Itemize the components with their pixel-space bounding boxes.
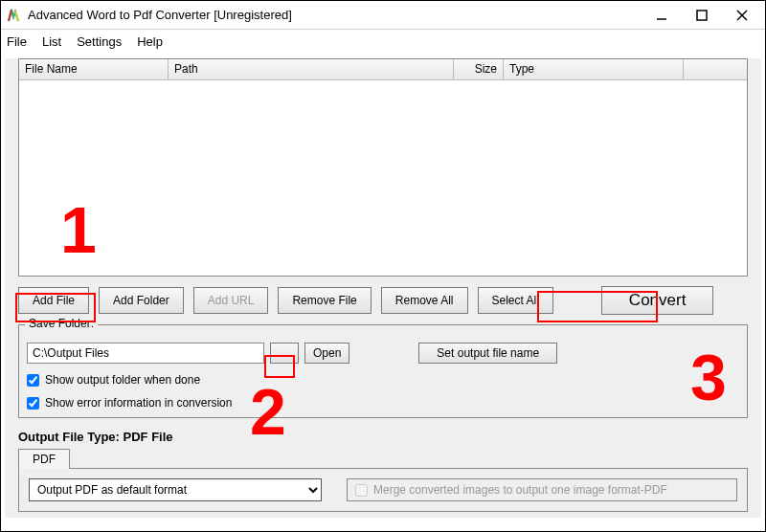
menubar: File List Settings Help bbox=[1, 30, 765, 53]
col-file-name[interactable]: File Name bbox=[19, 59, 169, 80]
toolbar: Add File Add Folder Add URL Remove File … bbox=[5, 277, 761, 321]
output-format-select[interactable]: Output PDF as default format bbox=[29, 478, 322, 501]
menu-settings[interactable]: Settings bbox=[77, 34, 122, 49]
app-icon bbox=[5, 7, 22, 24]
tab-pdf[interactable]: PDF bbox=[18, 449, 70, 469]
titlebar: Advanced Word to Pdf Converter [Unregist… bbox=[1, 1, 765, 30]
minimize-button[interactable] bbox=[648, 5, 675, 26]
set-output-filename-button[interactable]: Set output file name bbox=[418, 343, 557, 364]
show-error-label: Show error information in conversion bbox=[45, 396, 232, 410]
open-folder-button[interactable]: Open bbox=[304, 343, 349, 364]
col-type[interactable]: Type bbox=[504, 59, 684, 80]
merge-option-area: Merge converted images to output one ima… bbox=[347, 478, 737, 501]
merge-label: Merge converted images to output one ima… bbox=[373, 483, 667, 497]
show-output-folder-label: Show output folder when done bbox=[45, 373, 200, 387]
output-file-type-value: PDF File bbox=[124, 430, 173, 444]
window-title: Advanced Word to Pdf Converter [Unregist… bbox=[28, 8, 648, 22]
menu-help[interactable]: Help bbox=[137, 34, 163, 49]
add-folder-button[interactable]: Add Folder bbox=[99, 287, 184, 314]
convert-button[interactable]: Convert bbox=[601, 286, 714, 315]
show-error-checkbox[interactable] bbox=[27, 397, 39, 410]
menu-file[interactable]: File bbox=[7, 34, 27, 49]
tabstrip: PDF bbox=[18, 448, 748, 468]
output-file-type-prefix: Output File Type: bbox=[18, 430, 124, 444]
select-all-button[interactable]: Select All bbox=[478, 287, 553, 314]
output-tab-area: PDF Output PDF as default format Merge c… bbox=[18, 448, 748, 512]
save-folder-row: ... Open Set output file name bbox=[27, 343, 739, 364]
svg-rect-1 bbox=[697, 11, 707, 20]
window-controls bbox=[648, 5, 761, 26]
col-blank[interactable] bbox=[684, 59, 747, 80]
browse-button[interactable]: ... bbox=[270, 343, 299, 364]
maximize-button[interactable] bbox=[688, 5, 715, 26]
show-error-row: Show error information in conversion bbox=[27, 396, 739, 410]
col-path[interactable]: Path bbox=[169, 59, 454, 80]
table-body[interactable] bbox=[19, 80, 747, 276]
show-output-folder-checkbox[interactable] bbox=[27, 374, 39, 387]
add-url-button: Add URL bbox=[193, 287, 269, 314]
add-file-button[interactable]: Add File bbox=[18, 287, 89, 314]
save-folder-group: Save Folder: ... Open Set output file na… bbox=[18, 324, 748, 418]
menu-list[interactable]: List bbox=[42, 34, 61, 49]
merge-checkbox bbox=[355, 484, 368, 497]
save-folder-legend: Save Folder: bbox=[25, 317, 98, 330]
remove-all-button[interactable]: Remove All bbox=[381, 287, 468, 314]
output-file-type-label: Output File Type: PDF File bbox=[18, 430, 748, 444]
remove-file-button[interactable]: Remove File bbox=[278, 287, 371, 314]
file-list-table[interactable]: File Name Path Size Type bbox=[18, 58, 748, 277]
output-path-input[interactable] bbox=[27, 343, 264, 364]
close-button[interactable] bbox=[729, 5, 755, 26]
col-size[interactable]: Size bbox=[454, 59, 504, 80]
table-header: File Name Path Size Type bbox=[19, 59, 747, 80]
show-output-folder-row: Show output folder when done bbox=[27, 373, 739, 387]
tab-body-pdf: Output PDF as default format Merge conve… bbox=[18, 468, 748, 512]
